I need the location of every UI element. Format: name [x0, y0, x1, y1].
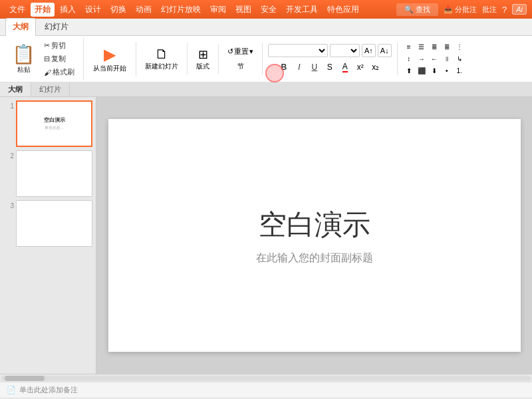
reset-icon: ↺ [227, 47, 233, 56]
valign-bottom-button[interactable]: ⬇ [428, 66, 440, 76]
menu-features[interactable]: 特色应用 [323, 3, 363, 17]
strikethrough-button[interactable]: S [323, 61, 336, 74]
help-button[interactable]: ? [502, 5, 507, 15]
alignment-group: ≡ ☰ ≣ ≣ ⋮ ↕ → ← ⦀ ↳ ⬆ ⬛ ⬇ • 1. [400, 41, 471, 78]
reset-dropdown-icon: ▾ [249, 47, 253, 56]
slide-canvas[interactable]: 空白演示 在此输入您的封面副标题 [108, 119, 521, 352]
align-distributed-button[interactable]: ⋮ [454, 42, 466, 53]
notes-bar[interactable]: 📄 单击此处添加备注 [0, 382, 532, 398]
slide-thumb-2[interactable] [16, 150, 92, 197]
scroll-thumb[interactable] [5, 376, 45, 381]
play-icon: ▶ [104, 45, 116, 64]
menu-transition[interactable]: 切换 [106, 3, 130, 17]
title-bar: 文件 开始 插入 设计 切换 动画 幻灯片放映 审阅 视图 安全 开发工具 特色… [0, 0, 532, 19]
superscript-button[interactable]: x² [354, 61, 367, 74]
reset-section-group: ↺ 重置 ▾ 节 [221, 43, 263, 74]
bold-button[interactable]: B [277, 61, 291, 74]
valign-middle-button[interactable]: ⬛ [416, 66, 428, 76]
menu-animation[interactable]: 动画 [132, 3, 156, 17]
reset-button[interactable]: ↺ 重置 ▾ [224, 45, 257, 59]
valign-top-button[interactable]: ⬆ [403, 66, 415, 76]
tab-outline[interactable]: 大纲 [5, 18, 36, 36]
menu-start[interactable]: 开始 [31, 3, 55, 17]
align-right-button[interactable]: ≣ [428, 42, 440, 53]
layout-group: ⊞ 版式 [190, 45, 219, 74]
canvas-area: 空白演示 在此输入您的封面副标题 [96, 97, 532, 374]
horizontal-scrollbar[interactable] [0, 374, 532, 382]
column-button[interactable]: ⦀ [441, 54, 453, 65]
view-tab-slides[interactable]: 幻灯片 [31, 82, 70, 96]
view-tabs: 大纲 幻灯片 [0, 82, 532, 97]
tab-slides[interactable]: 幻灯片 [37, 18, 76, 35]
align-center-button[interactable]: ☰ [416, 42, 428, 53]
slideshow-group: ▶ 从当前开始 [86, 42, 136, 76]
layout-button[interactable]: ⊞ 版式 [193, 46, 213, 72]
format-painter-button[interactable]: 🖌 格式刷 [41, 66, 78, 78]
slide-item-2[interactable]: 2 [3, 150, 92, 197]
menu-bar: 文件 开始 插入 设计 切换 动画 幻灯片放映 审阅 视图 安全 开发工具 特色… [5, 3, 363, 17]
scroll-track[interactable] [1, 376, 531, 381]
menu-security[interactable]: 安全 [257, 3, 281, 17]
underline-button[interactable]: U [308, 61, 321, 74]
paste-button[interactable]: 📋 粘贴 [8, 42, 39, 76]
notes-icon: 📄 [7, 386, 16, 394]
font-color-button[interactable]: A [338, 61, 352, 74]
menu-devtools[interactable]: 开发工具 [282, 3, 322, 17]
share-button[interactable]: 📤 分批注 [444, 5, 477, 15]
indent-increase-button[interactable]: → [416, 54, 428, 65]
slide-item-3[interactable]: 3 [3, 200, 92, 247]
text-direction-button[interactable]: ↳ [454, 54, 466, 65]
ribbon: 📋 粘贴 ✂ 剪切 ⊟ 复制 🖌 格式刷 ▶ [0, 36, 532, 82]
numbering-button[interactable]: 1. [454, 66, 466, 76]
slide-thumb-content-2 [53, 172, 57, 176]
font-color-icon: A [342, 62, 348, 72]
font-decrease-button[interactable]: A↓ [378, 44, 392, 57]
menu-review[interactable]: 审阅 [206, 3, 230, 17]
slide-item-1[interactable]: 1 空白演示 单击此处... [3, 100, 92, 147]
align-left-button[interactable]: ≡ [403, 42, 415, 53]
paste-icon: 📋 [12, 43, 35, 65]
clipboard-group: 📋 粘贴 ✂ 剪切 ⊟ 复制 🖌 格式刷 [5, 38, 84, 80]
view-tab-outline[interactable]: 大纲 [0, 82, 31, 96]
bullet-button[interactable]: • [441, 66, 453, 76]
scissors-icon: ✂ [44, 41, 50, 50]
font-name-select[interactable] [268, 44, 328, 57]
menu-file[interactable]: 文件 [5, 3, 29, 17]
menu-design[interactable]: 设计 [81, 3, 105, 17]
slide-number-3: 3 [3, 202, 14, 209]
slide-number-1: 1 [3, 102, 14, 110]
layout-icon: ⊞ [198, 47, 208, 62]
font-group: A↑ A↓ B I U S A x² x₂ [265, 43, 398, 75]
slide-thumb-content-3 [53, 221, 57, 225]
search-bar[interactable]: 🔍 查找 [396, 3, 438, 16]
copy-button[interactable]: ⊟ 复制 [41, 53, 78, 65]
subscript-button[interactable]: x₂ [369, 61, 382, 74]
play-from-current-button[interactable]: ▶ 从当前开始 [89, 43, 130, 75]
slides-group: 🗋 新建幻灯片 [139, 43, 188, 74]
clipboard-small-buttons: ✂ 剪切 ⊟ 复制 🖌 格式刷 [41, 39, 78, 78]
slide-thumb-3[interactable] [16, 200, 92, 247]
comment-button[interactable]: 批注 [482, 5, 497, 15]
slide-subtitle[interactable]: 在此输入您的封面副标题 [256, 251, 373, 265]
section-button[interactable]: 节 [234, 60, 247, 73]
new-slide-button[interactable]: 🗋 新建幻灯片 [142, 45, 182, 73]
line-spacing-button[interactable]: ↕ [403, 54, 415, 65]
font-format-row: B I U S A x² x₂ [277, 61, 382, 74]
italic-button[interactable]: I [293, 61, 306, 74]
ribbon-tabs: 大纲 幻灯片 [0, 19, 532, 36]
slide-thumb-1[interactable]: 空白演示 单击此处... [16, 100, 92, 147]
align-row-3: ⬆ ⬛ ⬇ • 1. [403, 66, 466, 76]
font-increase-button[interactable]: A↑ [362, 44, 376, 57]
align-justify-button[interactable]: ≣ [441, 42, 453, 53]
indent-decrease-button[interactable]: ← [428, 54, 440, 65]
slide-main-title[interactable]: 空白演示 [259, 206, 370, 243]
menu-view[interactable]: 视图 [231, 3, 255, 17]
paste-label: 粘贴 [17, 65, 31, 74]
font-size-select[interactable] [330, 44, 360, 57]
menu-slideshow[interactable]: 幻灯片放映 [157, 3, 205, 17]
notes-label[interactable]: 单击此处添加备注 [19, 385, 78, 395]
slide-panel: 1 空白演示 单击此处... 2 3 [0, 97, 96, 374]
cut-button[interactable]: ✂ 剪切 [41, 39, 78, 52]
menu-insert[interactable]: 插入 [56, 3, 80, 17]
slide-number-2: 2 [3, 152, 14, 160]
